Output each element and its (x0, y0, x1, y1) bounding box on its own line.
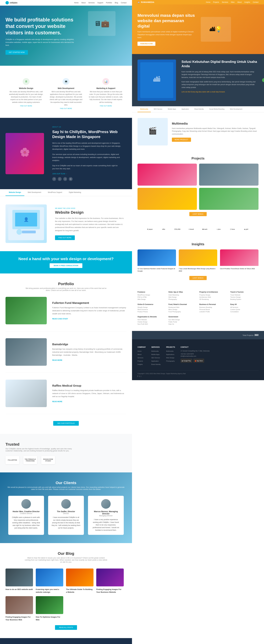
rm-tab-brand[interactable]: Brand Identity (192, 106, 206, 112)
rm-footer-service-3[interactable]: SEO Service (151, 357, 160, 358)
rm-tab-mobile[interactable]: Mobile Apps (165, 106, 179, 112)
rm-cat-item[interactable]: LinkedIn Profile (200, 311, 228, 312)
rm-cat-item[interactable]: Business Branding (200, 306, 228, 308)
insight-card-3[interactable]: Cek 9 Prediksi Trend Bruto Online di Tah… (220, 250, 258, 274)
instagram-icon[interactable]: i (58, 177, 62, 181)
nav-blog[interactable]: Blog (115, 2, 118, 4)
tab-website-design[interactable]: Website Design (6, 189, 24, 196)
rm-nav-projects[interactable]: Projects (213, 1, 219, 3)
insight-card-2[interactable]: 7 tips untuk Membangun Web Design yang M… (179, 250, 217, 274)
rm-nav-home[interactable]: Home (206, 1, 210, 3)
google-play-badge[interactable]: ▶ Google Play (180, 358, 192, 363)
rm-cat-item[interactable]: Consultation (230, 311, 258, 312)
rm-cat-item[interactable]: Custom Quote (230, 309, 258, 310)
rm-footer-service-4[interactable]: Application (151, 360, 159, 362)
nav-services[interactable]: Services (88, 2, 95, 4)
rm-cat-item[interactable]: Food Photography (168, 311, 197, 312)
rm-cat-item[interactable]: Personal Brand (200, 309, 228, 310)
insight-card-1[interactable]: 11 Cara Optimasi Number untuk Featured S… (138, 250, 176, 274)
rm-cat-item[interactable]: Data Viz (168, 323, 197, 325)
green-circle-button[interactable] (262, 78, 264, 82)
portfolio-link-2[interactable]: READ MORE (52, 359, 62, 361)
rm-projects-view-more-button[interactable]: LIHAT SEMUA (189, 212, 207, 216)
chillybin-logo[interactable]: chillybin (6, 1, 18, 4)
nav-about[interactable]: About (81, 2, 86, 4)
project-thumb-4[interactable] (199, 188, 258, 210)
rm-twitter-icon[interactable]: t (139, 375, 140, 378)
portfolio-link-3[interactable]: READ MORE (52, 401, 62, 402)
rm-instagram-icon[interactable]: i (141, 375, 141, 378)
rm-cat-item[interactable]: PSD to HTML (138, 296, 166, 298)
hero-cta-button[interactable]: GET STARTED NOW (6, 50, 28, 55)
rm-cat-item[interactable]: Photography (168, 298, 197, 300)
project-thumb-1[interactable] (138, 164, 197, 186)
nav-support[interactable]: Support (98, 2, 103, 4)
tab-web-dev[interactable]: Web Development (24, 189, 44, 196)
service-marketing-link[interactable]: FIND OUT MORE (100, 105, 112, 107)
rm-nav-insights[interactable]: Insights (244, 1, 250, 3)
rm-cat-item[interactable]: 3D Rendering (200, 298, 228, 300)
about-cta-link[interactable]: JOIN OUR TEAM → (52, 173, 67, 175)
nav-home[interactable]: Home (74, 2, 78, 4)
rm-cat-item[interactable]: Gov Web Design (168, 319, 197, 320)
rm-nav-about[interactable]: About (237, 1, 242, 3)
rm-footer-service-5[interactable]: Brand Identity (151, 364, 160, 365)
blog-title-1[interactable]: How to do an SEO website audit (6, 588, 33, 591)
rm-tab-social[interactable]: Social Media Branding (206, 106, 227, 112)
portfolio-view-all-button[interactable]: SEE OUR PORTFOLIO (53, 421, 79, 426)
rm-footer-link-5[interactable]: Insights (138, 364, 143, 365)
nav-contact[interactable]: Contact (121, 2, 126, 4)
rm-cat-item[interactable]: Shopify Design (138, 306, 166, 308)
mm-more-button[interactable]: MORE PRODUCT (172, 138, 191, 142)
rm-cat-item[interactable]: Web Design (138, 298, 166, 300)
service-dev-link[interactable]: FIND OUT MORE (60, 108, 72, 109)
twitter-icon[interactable]: t (63, 177, 67, 181)
rm-tab-seo[interactable]: SEO Service (151, 106, 165, 112)
rm-cat-item[interactable]: Tourism Design (230, 296, 258, 298)
blog-view-all-button[interactable]: READ ALL POSTS (55, 625, 77, 630)
rm-footer-link-3[interactable]: Services (138, 357, 143, 358)
rm-footer-service-2[interactable]: Mobile Apps (151, 354, 160, 355)
nav-portfolio[interactable]: Portfolio (106, 2, 112, 4)
blog-title-2[interactable]: 8 warning signs you need a website redes… (36, 588, 63, 594)
rm-tab-webdev[interactable]: Web Development (227, 106, 245, 112)
rm-footer-link-2[interactable]: About (138, 354, 142, 355)
rm-cat-item[interactable]: WordPress Design (138, 294, 166, 296)
rm-nav-services[interactable]: Services (222, 1, 228, 3)
rm-cat-item[interactable]: Property Design (200, 294, 228, 296)
rm-cat-item[interactable]: Travel Website (230, 294, 258, 296)
wd-cta-button[interactable]: FIND OUT MORE (55, 236, 75, 240)
rm-tab-app[interactable]: Application (179, 106, 192, 112)
rumahmedia-logo[interactable]: 🏠 RUMAHMEDIA (138, 1, 154, 3)
blog-title-5[interactable]: Finding Engaging Images For Your Busines… (6, 616, 33, 621)
facebook-icon[interactable]: f (52, 177, 56, 181)
blog-title-4[interactable]: Finding Engaging Images For Your Busines… (96, 588, 124, 594)
tab-digital-marketing[interactable]: Digital Marketing (66, 189, 84, 196)
rm-footer-link-1[interactable]: Home (138, 350, 142, 352)
project-thumb-3[interactable] (138, 188, 197, 210)
rm-footer-service-1[interactable]: Multimedia (151, 350, 158, 352)
rm-cat-item[interactable]: Hotel Marketing (168, 294, 197, 296)
linkedin-icon[interactable]: in (69, 177, 72, 181)
rm-facebook-icon[interactable]: f (138, 375, 138, 378)
insights-view-more-button[interactable]: LIHAT SEMUA (189, 276, 207, 280)
rm-cat-item[interactable]: All Services (230, 306, 258, 308)
service-design-link[interactable]: FIND OUT MORE (20, 105, 32, 107)
blog-title-6[interactable]: How To Optimise Images For Web (36, 616, 63, 621)
portfolio-link-1[interactable]: READ CASE STUDY (52, 318, 68, 320)
rm-cat-item[interactable]: NGO Website (138, 319, 166, 320)
rm-cat-item[interactable]: Menu Design (168, 309, 197, 310)
rm-cat-item[interactable]: Charity Design (138, 321, 166, 323)
rm-cat-item[interactable]: Product Photos (138, 311, 166, 312)
tab-wordpress[interactable]: WordPress Support (44, 189, 66, 196)
rm-cat-item[interactable]: Web Design (168, 296, 197, 298)
rm-footer-project-2[interactable]: Applications (166, 354, 174, 355)
rm-cat-item[interactable]: Booking System (230, 298, 258, 300)
branding-cta-link[interactable]: Let's do this! Every big idea starts wit… (182, 91, 225, 93)
rm-nav-klien[interactable]: Klien (231, 1, 234, 3)
rm-footer-project-4[interactable]: Photography (166, 360, 174, 362)
rm-tab-multimedia[interactable]: Multimedia (138, 106, 151, 112)
rm-nav-contact[interactable]: Contact (253, 1, 258, 3)
rm-cat-item[interactable]: Public Portal (168, 321, 197, 323)
rm-cat-item[interactable]: Architecture Web (200, 296, 228, 298)
